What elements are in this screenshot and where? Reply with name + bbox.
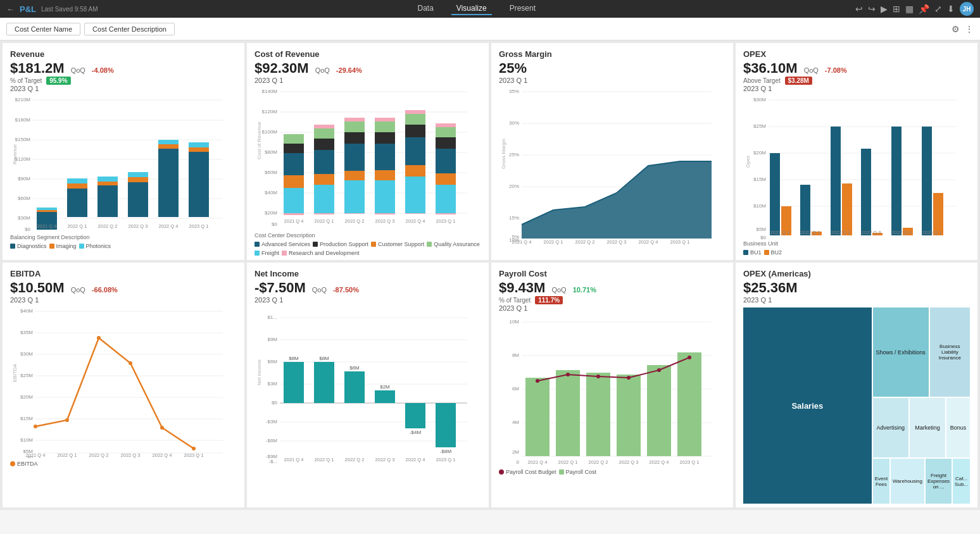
svg-text:$210M: $210M	[15, 97, 31, 102]
cost-revenue-legend: Advanced Services Production Support Cus…	[254, 241, 481, 256]
svg-text:$2M: $2M	[380, 384, 390, 390]
svg-rect-140	[800, 185, 810, 235]
svg-text:2022 Q 4: 2022 Q 4	[892, 230, 912, 235]
svg-rect-202	[284, 362, 304, 403]
svg-point-176	[160, 426, 164, 430]
svg-rect-212	[436, 403, 456, 447]
svg-rect-85	[405, 110, 425, 114]
opex-americas-card: OPEX (Americas) $25.36M 2023 Q 1 Salarie…	[736, 263, 977, 507]
svg-rect-237	[677, 352, 701, 456]
svg-point-240	[596, 375, 600, 378]
pin-icon[interactable]: 📌	[919, 4, 929, 14]
svg-rect-204	[314, 362, 334, 403]
svg-rect-91	[436, 123, 456, 127]
cost-center-name-filter[interactable]: Cost Center Name	[6, 23, 80, 35]
svg-rect-63	[314, 174, 334, 185]
more-icon[interactable]: ⋮	[965, 24, 974, 34]
svg-rect-74	[375, 180, 395, 213]
svg-rect-33	[189, 142, 209, 147]
user-avatar[interactable]: JH	[960, 2, 974, 16]
top-bar-right: ↩ ↪ ▶ ⊞ ▦ 📌 ⤢ ⬇ JH	[855, 2, 974, 16]
opex-americas-date: 2023 Q 1	[743, 296, 970, 304]
svg-text:$40M: $40M	[20, 308, 33, 314]
nav-visualize[interactable]: Visualize	[451, 3, 492, 15]
undo-icon[interactable]: ↩	[855, 4, 863, 14]
nav-present[interactable]: Present	[505, 3, 541, 15]
export-icon[interactable]: ⬇	[947, 4, 955, 14]
svg-rect-235	[617, 375, 641, 456]
opex-date: 2023 Q 1	[743, 85, 970, 92]
layout-icon[interactable]: ▦	[905, 4, 914, 14]
resize-icon[interactable]: ⤢	[934, 4, 942, 14]
cost-revenue-axis-label: Cost Center Description	[254, 232, 481, 239]
legend-rnd: Research and Development	[289, 250, 360, 256]
svg-rect-233	[556, 370, 580, 456]
revenue-title: Revenue	[10, 49, 237, 59]
filter-bar-actions: ⚙ ⋮	[952, 24, 974, 34]
svg-rect-31	[189, 152, 209, 217]
svg-point-177	[192, 447, 196, 450]
treemap-freight: Freight Expenses on ...	[926, 459, 952, 504]
grid-icon[interactable]: ⊞	[893, 4, 900, 14]
legend-customer: Customer Support	[378, 241, 424, 247]
opex-title: OPEX	[743, 49, 970, 59]
svg-text:$0: $0	[272, 221, 277, 227]
svg-text:2022 Q 3: 2022 Q 3	[619, 459, 639, 465]
svg-text:8M: 8M	[512, 352, 519, 358]
svg-text:2022 Q 4: 2022 Q 4	[406, 457, 425, 463]
svg-text:2023 Q 1: 2023 Q 1	[680, 459, 700, 465]
svg-text:$120M: $120M	[262, 109, 278, 115]
cost-revenue-date: 2023 Q 1	[254, 77, 481, 84]
opex-americas-metric: $25.36M	[743, 280, 798, 296]
svg-text:$1...: $1...	[267, 314, 277, 320]
svg-text:-$...: -$...	[268, 459, 277, 464]
filter-icon[interactable]: ⚙	[952, 24, 960, 34]
net-income-chart: $1... $9M $6M $3M $0 -$3M -$6M -$9M Net …	[254, 306, 481, 464]
svg-text:Revenue: Revenue	[12, 144, 18, 165]
opex-metric: $36.10M	[743, 60, 798, 77]
cost-revenue-qoq-label: QoQ	[315, 66, 330, 74]
svg-rect-78	[375, 121, 395, 132]
svg-rect-27	[128, 172, 148, 177]
svg-text:2022 Q 4: 2022 Q 4	[650, 459, 669, 465]
gross-margin-card: Gross Margin 25% 2023 Q 1 35% 30% 25% 20…	[491, 43, 733, 260]
svg-text:$35M: $35M	[20, 330, 33, 335]
svg-rect-65	[314, 139, 334, 150]
payroll-qoq-label: QoQ	[551, 286, 566, 294]
top-bar-nav: Data Visualize Present	[412, 3, 541, 15]
svg-text:2022 Q 2: 2022 Q 2	[345, 457, 365, 463]
svg-rect-71	[344, 132, 365, 144]
svg-rect-21	[67, 178, 87, 183]
svg-text:2023 Q 1: 2023 Q 1	[922, 230, 942, 235]
svg-marker-116	[522, 161, 712, 239]
payroll-metric: $9.43M	[499, 280, 545, 296]
redo-icon[interactable]: ↪	[868, 4, 876, 14]
svg-text:-$8M: -$8M	[440, 449, 452, 454]
cost-revenue-qoq-value: -29.64%	[336, 66, 362, 74]
opex-axis-label: Business Unit	[743, 240, 970, 247]
legend-freight: Freight	[261, 250, 279, 256]
payroll-target-label: % of Target	[499, 297, 531, 304]
ebitda-chart: $40M $35M $30M $25M $20M $15M $10M $5M E…	[10, 306, 237, 458]
svg-rect-81	[405, 165, 425, 177]
back-icon[interactable]: ←	[6, 4, 15, 14]
svg-rect-90	[436, 127, 456, 137]
svg-text:2022 Q 2: 2022 Q 2	[98, 223, 118, 229]
nav-data[interactable]: Data	[412, 3, 438, 15]
svg-text:$8M: $8M	[319, 356, 329, 361]
svg-text:$180M: $180M	[15, 117, 31, 123]
svg-rect-60	[284, 134, 304, 144]
svg-text:$6M: $6M	[267, 359, 277, 364]
svg-text:2022 Q 1: 2022 Q 1	[558, 459, 578, 465]
svg-text:6M: 6M	[512, 386, 519, 392]
svg-point-172	[34, 425, 37, 428]
payroll-legend: Payroll Cost Budget Payroll Cost	[499, 469, 726, 475]
play-icon[interactable]: ▶	[881, 4, 888, 14]
revenue-axis-label: Balancing Segment Description	[10, 234, 237, 240]
svg-point-175	[129, 361, 132, 365]
svg-rect-58	[284, 153, 304, 175]
ebitda-legend: EBITDA	[10, 461, 237, 467]
svg-text:$40M: $40M	[265, 190, 277, 196]
cost-center-description-filter[interactable]: Cost Center Description	[84, 23, 175, 35]
svg-point-241	[627, 376, 631, 380]
